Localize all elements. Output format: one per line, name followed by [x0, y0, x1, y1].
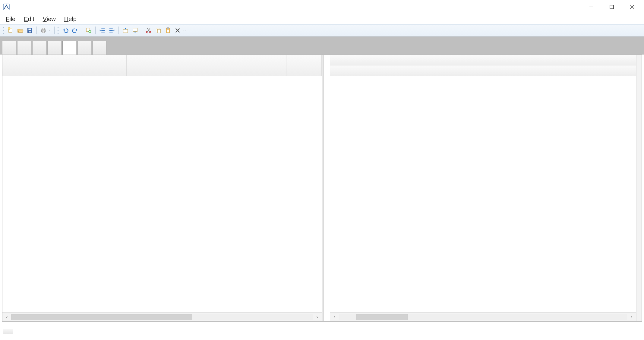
redo-icon[interactable] — [71, 26, 79, 35]
menu-label: elp — [68, 16, 77, 22]
toolbar — [0, 24, 644, 36]
undo-icon[interactable] — [61, 26, 70, 35]
tab-pert-chart[interactable] — [77, 41, 91, 55]
menu-file[interactable]: File — [2, 14, 20, 24]
menu-edit[interactable]: Edit — [20, 14, 38, 24]
close-button[interactable] — [622, 0, 642, 14]
menu-label: ile — [9, 16, 15, 22]
svg-rect-11 — [29, 31, 31, 33]
tab-network-diagram[interactable] — [93, 41, 106, 55]
movedown-icon[interactable] — [131, 26, 139, 35]
tab-load-chart[interactable] — [62, 41, 76, 55]
menubar: File Edit View Help — [0, 14, 644, 24]
column-header-cost-per-usage[interactable] — [127, 55, 208, 76]
svg-rect-14 — [42, 31, 44, 33]
separator-icon — [36, 27, 37, 34]
resource-grid: ‹ › — [2, 55, 322, 321]
chart-vscrollbar[interactable] — [636, 55, 642, 321]
new-icon[interactable] — [6, 26, 15, 35]
scroll-left-icon[interactable]: ‹ — [330, 313, 339, 322]
print-icon[interactable] — [39, 26, 48, 35]
grid-hscrollbar[interactable]: ‹ › — [2, 312, 322, 321]
load-chart-panel: ‹ › — [330, 55, 636, 321]
cut-icon[interactable] — [144, 26, 153, 35]
dropdown-icon[interactable] — [183, 26, 186, 35]
level-resources-button[interactable] — [3, 329, 13, 334]
column-header-icon[interactable] — [2, 55, 24, 76]
svg-rect-10 — [28, 29, 31, 30]
separator-icon — [142, 27, 142, 34]
svg-rect-23 — [157, 29, 160, 33]
column-header-description[interactable] — [286, 55, 322, 76]
grid-header — [2, 55, 322, 76]
tab-resource-list[interactable] — [47, 41, 61, 55]
delete-icon[interactable] — [173, 26, 182, 35]
svg-rect-3 — [610, 5, 614, 9]
column-header-resource[interactable] — [24, 55, 127, 76]
svg-rect-13 — [42, 28, 44, 30]
outdent-icon[interactable] — [98, 26, 106, 35]
toolbar-grip[interactable] — [2, 27, 5, 34]
separator-icon — [118, 27, 119, 34]
maximize-button[interactable] — [601, 0, 622, 14]
dropdown-icon[interactable] — [49, 26, 52, 35]
bottom-bar — [0, 323, 644, 340]
menu-view[interactable]: View — [39, 14, 60, 24]
add-icon[interactable] — [84, 26, 93, 35]
timeline-weeks — [330, 55, 636, 65]
toolbar-grip[interactable] — [57, 27, 59, 34]
scroll-right-icon[interactable]: › — [627, 313, 636, 322]
separator-icon — [82, 27, 82, 34]
paste-icon[interactable] — [164, 26, 172, 35]
scroll-right-icon[interactable]: › — [313, 313, 322, 322]
svg-point-1 — [6, 5, 7, 6]
separator-icon — [54, 27, 55, 34]
grid-body — [2, 76, 322, 312]
timeline-days — [330, 65, 636, 76]
chart-body[interactable] — [330, 76, 636, 312]
svg-rect-18 — [123, 29, 128, 33]
tab-task-hierarchy[interactable] — [17, 41, 31, 55]
minimize-button[interactable] — [581, 0, 601, 14]
menu-help[interactable]: Help — [60, 14, 81, 24]
svg-rect-26 — [167, 30, 169, 32]
save-icon[interactable] — [26, 26, 34, 35]
tabstrip — [0, 36, 644, 55]
svg-point-15 — [45, 30, 45, 30]
svg-rect-25 — [167, 28, 169, 29]
tab-task-assignments[interactable] — [32, 41, 46, 55]
svg-point-8 — [8, 27, 10, 30]
scroll-left-icon[interactable]: ‹ — [2, 313, 11, 322]
content-area: ‹ › ‹ › — [2, 55, 642, 322]
indent-icon[interactable] — [108, 26, 116, 35]
svg-rect-19 — [133, 28, 137, 32]
separator-icon — [95, 27, 96, 34]
titlebar — [0, 0, 644, 14]
menu-label: dit — [28, 16, 34, 22]
app-window: File Edit View Help — [0, 0, 644, 340]
app-icon — [3, 3, 10, 11]
chart-hscrollbar[interactable]: ‹ › — [330, 312, 636, 321]
column-header-cost-per-hour[interactable] — [208, 55, 286, 76]
moveup-icon[interactable] — [121, 26, 130, 35]
tab-project-details[interactable] — [2, 41, 16, 55]
copy-icon[interactable] — [154, 26, 163, 35]
menu-label: iew — [47, 16, 56, 22]
open-icon[interactable] — [16, 26, 24, 35]
